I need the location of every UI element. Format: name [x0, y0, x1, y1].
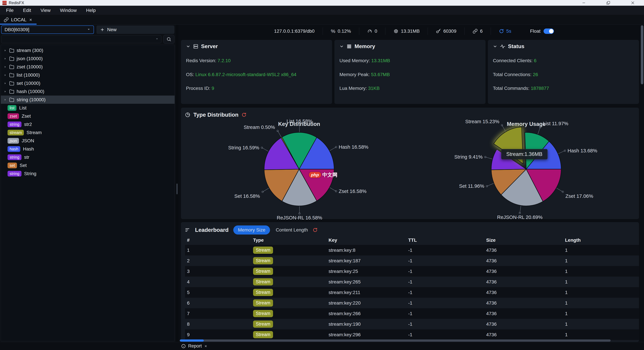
cell-type: Stream	[253, 331, 328, 338]
table-row[interactable]: 7Streamstream:key:266-147361	[185, 308, 639, 319]
horizontal-scrollbar[interactable]	[180, 340, 611, 342]
close-icon[interactable]	[630, 1, 635, 5]
key-item-stream[interactable]: streamStream	[1, 128, 174, 137]
restore-icon[interactable]	[606, 1, 610, 5]
cell-length: 1	[565, 290, 639, 295]
key-item-list[interactable]: listList	[1, 104, 174, 112]
titlebar: RedisFX	[0, 0, 644, 6]
tree-folder-stream[interactable]: stream (300)	[1, 46, 174, 54]
cell-ttl: -1	[408, 290, 486, 295]
chevron-down-icon[interactable]	[156, 37, 158, 41]
vscroll-thumb[interactable]	[641, 25, 643, 84]
key-item-str[interactable]: stringstr	[1, 153, 174, 161]
refresh-icon[interactable]	[312, 228, 318, 233]
tree-folder-list[interactable]: list (10000)	[1, 71, 174, 79]
table-row[interactable]: 2Streamstream:key:187-147361	[185, 256, 639, 266]
cell-index: 7	[187, 311, 253, 316]
tree-folder-json[interactable]: json (10000)	[1, 54, 174, 63]
cell-key: stream:key:190	[328, 322, 408, 327]
type-badge: json	[8, 138, 19, 144]
cell-key: stream:key:265	[328, 279, 408, 285]
minimize-icon[interactable]	[582, 1, 586, 5]
connection-tabbar: LOCAL	[0, 15, 644, 25]
table-row[interactable]: 6Streamstream:key:220-147361	[185, 298, 639, 308]
menu-item-view[interactable]: View	[40, 8, 50, 13]
menu-item-file[interactable]: File	[6, 8, 14, 13]
table-row[interactable]: 8Streamstream:key:190-147361	[185, 319, 639, 329]
search-icon	[166, 37, 172, 42]
menu-item-window[interactable]: Window	[60, 8, 77, 13]
report-tab-label[interactable]: Report	[188, 344, 202, 349]
key-item-json[interactable]: jsonJSON	[1, 137, 174, 145]
tree-folder-zset[interactable]: zset (10000)	[1, 63, 174, 71]
label-leader-line	[330, 188, 336, 191]
cell-type: Stream	[253, 289, 328, 296]
refresh-icon[interactable]	[242, 112, 246, 117]
metric-refresh[interactable]: 5s	[491, 28, 520, 34]
menu-item-edit[interactable]: Edit	[23, 8, 31, 13]
leaderboard-panel: Leaderboard Memory SizeContent Length #T…	[181, 222, 639, 342]
cell-key: stream:key:187	[328, 258, 408, 264]
type-badge: Stream	[253, 310, 273, 317]
table-body: 1Streamstream:key:8-1473612Streamstream:…	[185, 245, 639, 342]
tree-folder-hash[interactable]: hash (10000)	[1, 87, 174, 95]
report-close-icon[interactable]	[204, 345, 208, 348]
caret-right-icon	[4, 65, 7, 68]
table-row[interactable]: 9Streamstream:key:296-147361	[185, 329, 639, 340]
vertical-scrollbar[interactable]	[641, 25, 644, 342]
pie-label-set: Set 16.58%	[234, 193, 260, 199]
metric-value: 6	[480, 28, 483, 34]
menu-item-help[interactable]: Help	[86, 8, 96, 13]
sidebar-splitter[interactable]	[176, 25, 178, 342]
metric-percent: %0.12%	[323, 28, 359, 34]
cell-index: 2	[187, 258, 253, 264]
tab-local[interactable]: LOCAL	[0, 15, 37, 24]
float-toggle[interactable]	[544, 28, 554, 34]
metric-chip: 13.31MB	[386, 28, 428, 34]
refresh-icon	[499, 29, 504, 34]
tree-folder-string[interactable]: string (10000)	[1, 95, 174, 104]
key-search-input[interactable]	[4, 36, 156, 42]
db-select[interactable]: DB0[60309]	[1, 25, 94, 34]
label-anchor-dot	[484, 156, 486, 158]
key-item-zset[interactable]: zsetZset	[1, 112, 174, 120]
key-item-hash[interactable]: hashHash	[1, 145, 174, 153]
cell-index: 4	[187, 279, 253, 285]
label-leader-line	[502, 125, 506, 132]
cell-size: 4736	[486, 311, 565, 316]
table-row[interactable]: 3Streamstream:key:25-147361	[185, 266, 639, 277]
metric-value: 60309	[443, 28, 456, 34]
pie-svg: Key DistributionZset 16.58%ReJSON-RL 16.…	[185, 120, 412, 217]
tree-folder-set[interactable]: set (10000)	[1, 79, 174, 87]
watermark: php 中文网	[309, 171, 338, 178]
column-header-key: Key	[328, 238, 408, 243]
type-badge: Stream	[253, 321, 273, 328]
app-window: RedisFX FileEditViewWindowHelp LOCAL	[0, 0, 644, 350]
key-item-string[interactable]: stringString	[1, 169, 174, 178]
type-badge: string	[8, 121, 22, 127]
key-item-set[interactable]: setSet	[1, 161, 174, 169]
card-header: Memory	[340, 43, 480, 49]
table-row[interactable]: 4Streamstream:key:265-147361	[185, 277, 639, 287]
metric-value: 5s	[506, 28, 511, 34]
leaderboard-tab-content-length[interactable]: Content Length	[276, 227, 308, 233]
search-button[interactable]	[163, 35, 174, 43]
card-items: Connected Clients: 6Total Connections: 2…	[493, 49, 634, 100]
leaderboard-tab-memory-size[interactable]: Memory Size	[233, 225, 270, 235]
new-key-button[interactable]: New	[96, 25, 174, 34]
hscroll-thumb[interactable]	[180, 340, 204, 342]
pie-label-zset: Zset 16.58%	[339, 188, 366, 194]
tab-close-icon[interactable]	[29, 18, 32, 22]
leaderboard-icon	[185, 227, 190, 233]
cell-key: stream:key:296	[328, 332, 408, 338]
metric-value: 13.31MB	[401, 28, 420, 34]
table-row[interactable]: 5Streamstream:key:211-147361	[185, 287, 639, 298]
cell-length: 1	[565, 248, 639, 253]
folder-icon	[9, 64, 14, 69]
splitter-handle[interactable]	[176, 184, 178, 194]
key-distribution-chart: Key DistributionZset 16.58%ReJSON-RL 16.…	[185, 120, 412, 218]
table-row[interactable]: 1Streamstream:key:8-147361	[185, 245, 639, 256]
key-item-str2[interactable]: stringstr2	[1, 120, 174, 128]
memory-icon	[346, 44, 352, 49]
percent-icon: %	[331, 28, 336, 34]
